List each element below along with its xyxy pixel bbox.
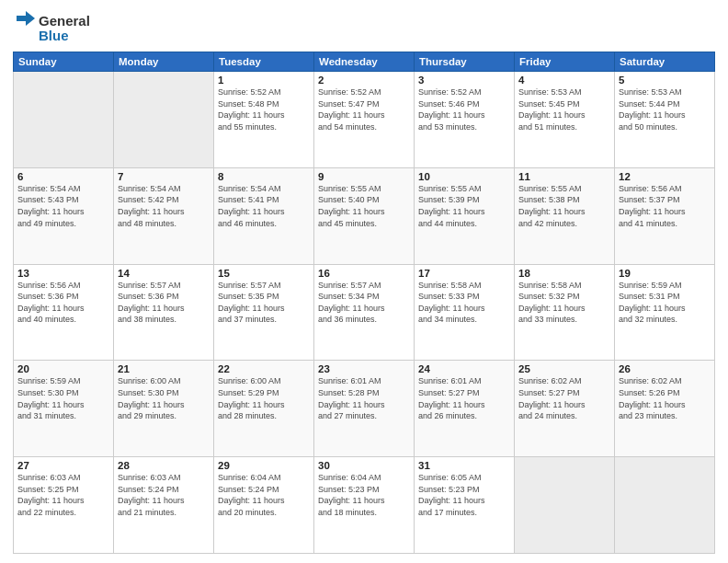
day-info: Sunrise: 5:58 AM Sunset: 5:33 PM Dayligh…: [418, 280, 510, 326]
day-info: Sunrise: 5:52 AM Sunset: 5:48 PM Dayligh…: [218, 86, 310, 132]
day-info: Sunrise: 6:01 AM Sunset: 5:28 PM Dayligh…: [318, 375, 410, 421]
day-info: Sunrise: 6:00 AM Sunset: 5:30 PM Dayligh…: [118, 375, 210, 421]
day-info: Sunrise: 5:57 AM Sunset: 5:36 PM Dayligh…: [118, 280, 210, 326]
day-cell: 22Sunrise: 6:00 AM Sunset: 5:29 PM Dayli…: [214, 361, 314, 457]
day-number: 6: [17, 171, 109, 182]
day-number: 23: [318, 363, 410, 374]
day-cell: 29Sunrise: 6:04 AM Sunset: 5:24 PM Dayli…: [214, 457, 314, 554]
week-row-4: 20Sunrise: 5:59 AM Sunset: 5:30 PM Dayli…: [14, 361, 715, 457]
day-info: Sunrise: 5:54 AM Sunset: 5:41 PM Dayligh…: [218, 183, 310, 229]
day-info: Sunrise: 5:55 AM Sunset: 5:40 PM Dayligh…: [318, 183, 410, 229]
day-info: Sunrise: 5:52 AM Sunset: 5:46 PM Dayligh…: [418, 86, 510, 132]
day-info: Sunrise: 6:03 AM Sunset: 5:24 PM Dayligh…: [118, 472, 210, 518]
day-info: Sunrise: 5:56 AM Sunset: 5:36 PM Dayligh…: [17, 280, 109, 326]
day-cell: 9Sunrise: 5:55 AM Sunset: 5:40 PM Daylig…: [314, 167, 415, 264]
day-number: 20: [17, 363, 109, 374]
day-info: Sunrise: 5:57 AM Sunset: 5:34 PM Dayligh…: [318, 280, 410, 326]
calendar-table: SundayMondayTuesdayWednesdayThursdayFrid…: [13, 52, 715, 554]
day-info: Sunrise: 5:53 AM Sunset: 5:45 PM Dayligh…: [518, 86, 610, 132]
header-row: SundayMondayTuesdayWednesdayThursdayFrid…: [14, 52, 715, 72]
day-number: 24: [418, 363, 510, 374]
day-cell: 3Sunrise: 5:52 AM Sunset: 5:46 PM Daylig…: [415, 72, 515, 168]
day-cell: 6Sunrise: 5:54 AM Sunset: 5:43 PM Daylig…: [14, 167, 114, 264]
day-number: 19: [619, 268, 711, 279]
day-number: 11: [518, 171, 610, 182]
day-cell: 7Sunrise: 5:54 AM Sunset: 5:42 PM Daylig…: [114, 167, 214, 264]
day-number: 18: [518, 268, 610, 279]
day-cell: 19Sunrise: 5:59 AM Sunset: 5:31 PM Dayli…: [615, 264, 715, 361]
header-day-saturday: Saturday: [615, 52, 715, 72]
day-number: 25: [518, 363, 610, 374]
week-row-3: 13Sunrise: 5:56 AM Sunset: 5:36 PM Dayli…: [14, 264, 715, 361]
day-info: Sunrise: 6:00 AM Sunset: 5:29 PM Dayligh…: [218, 375, 310, 421]
day-number: 13: [17, 268, 109, 279]
day-cell: 5Sunrise: 5:53 AM Sunset: 5:44 PM Daylig…: [615, 72, 715, 168]
day-cell: 31Sunrise: 6:05 AM Sunset: 5:23 PM Dayli…: [415, 457, 515, 554]
day-cell: 15Sunrise: 5:57 AM Sunset: 5:35 PM Dayli…: [214, 264, 314, 361]
day-number: 12: [619, 171, 711, 182]
day-number: 21: [118, 363, 210, 374]
day-cell: 17Sunrise: 5:58 AM Sunset: 5:33 PM Dayli…: [415, 264, 515, 361]
header-day-friday: Friday: [515, 52, 615, 72]
day-info: Sunrise: 5:55 AM Sunset: 5:38 PM Dayligh…: [518, 183, 610, 229]
day-info: Sunrise: 6:02 AM Sunset: 5:27 PM Dayligh…: [518, 375, 610, 421]
day-info: Sunrise: 5:59 AM Sunset: 5:31 PM Dayligh…: [619, 280, 711, 326]
day-cell: [615, 457, 715, 554]
day-info: Sunrise: 6:01 AM Sunset: 5:27 PM Dayligh…: [418, 375, 510, 421]
day-info: Sunrise: 6:03 AM Sunset: 5:25 PM Dayligh…: [17, 472, 109, 518]
day-number: 15: [218, 268, 310, 279]
day-number: 8: [218, 171, 310, 182]
day-number: 29: [218, 460, 310, 471]
day-number: 22: [218, 363, 310, 374]
day-info: Sunrise: 5:56 AM Sunset: 5:37 PM Dayligh…: [619, 183, 711, 229]
day-number: 27: [17, 460, 109, 471]
day-info: Sunrise: 5:53 AM Sunset: 5:44 PM Dayligh…: [619, 86, 711, 132]
day-number: 7: [118, 171, 210, 182]
day-cell: 28Sunrise: 6:03 AM Sunset: 5:24 PM Dayli…: [114, 457, 214, 554]
day-number: 14: [118, 268, 210, 279]
header-day-thursday: Thursday: [415, 52, 515, 72]
day-info: Sunrise: 5:54 AM Sunset: 5:43 PM Dayligh…: [17, 183, 109, 229]
day-cell: 2Sunrise: 5:52 AM Sunset: 5:47 PM Daylig…: [314, 72, 415, 168]
day-info: Sunrise: 5:59 AM Sunset: 5:30 PM Dayligh…: [17, 375, 109, 421]
day-info: Sunrise: 6:02 AM Sunset: 5:26 PM Dayligh…: [619, 375, 711, 421]
page-header: GeneralBlue: [13, 9, 715, 46]
header-day-tuesday: Tuesday: [214, 52, 314, 72]
day-info: Sunrise: 5:58 AM Sunset: 5:32 PM Dayligh…: [518, 280, 610, 326]
day-cell: 11Sunrise: 5:55 AM Sunset: 5:38 PM Dayli…: [515, 167, 615, 264]
day-number: 31: [418, 460, 510, 471]
day-cell: [515, 457, 615, 554]
day-number: 3: [418, 75, 510, 86]
logo-svg: GeneralBlue: [13, 9, 96, 46]
week-row-1: 1Sunrise: 5:52 AM Sunset: 5:48 PM Daylig…: [14, 72, 715, 168]
day-cell: 27Sunrise: 6:03 AM Sunset: 5:25 PM Dayli…: [14, 457, 114, 554]
day-number: 10: [418, 171, 510, 182]
day-cell: 21Sunrise: 6:00 AM Sunset: 5:30 PM Dayli…: [114, 361, 214, 457]
day-number: 16: [318, 268, 410, 279]
day-cell: [114, 72, 214, 168]
week-row-2: 6Sunrise: 5:54 AM Sunset: 5:43 PM Daylig…: [14, 167, 715, 264]
svg-text:Blue: Blue: [39, 28, 69, 43]
day-cell: 18Sunrise: 5:58 AM Sunset: 5:32 PM Dayli…: [515, 264, 615, 361]
day-info: Sunrise: 5:55 AM Sunset: 5:39 PM Dayligh…: [418, 183, 510, 229]
day-cell: 13Sunrise: 5:56 AM Sunset: 5:36 PM Dayli…: [14, 264, 114, 361]
week-row-5: 27Sunrise: 6:03 AM Sunset: 5:25 PM Dayli…: [14, 457, 715, 554]
day-number: 4: [518, 75, 610, 86]
day-cell: 16Sunrise: 5:57 AM Sunset: 5:34 PM Dayli…: [314, 264, 415, 361]
header-day-sunday: Sunday: [14, 52, 114, 72]
logo: GeneralBlue: [13, 9, 96, 46]
day-number: 26: [619, 363, 711, 374]
day-number: 9: [318, 171, 410, 182]
day-number: 1: [218, 75, 310, 86]
day-cell: 14Sunrise: 5:57 AM Sunset: 5:36 PM Dayli…: [114, 264, 214, 361]
day-info: Sunrise: 5:52 AM Sunset: 5:47 PM Dayligh…: [318, 86, 410, 132]
svg-text:General: General: [39, 13, 90, 29]
day-cell: 30Sunrise: 6:04 AM Sunset: 5:23 PM Dayli…: [314, 457, 415, 554]
day-info: Sunrise: 6:05 AM Sunset: 5:23 PM Dayligh…: [418, 472, 510, 518]
day-cell: 24Sunrise: 6:01 AM Sunset: 5:27 PM Dayli…: [415, 361, 515, 457]
day-cell: 1Sunrise: 5:52 AM Sunset: 5:48 PM Daylig…: [214, 72, 314, 168]
day-number: 5: [619, 75, 711, 86]
day-number: 28: [118, 460, 210, 471]
day-info: Sunrise: 6:04 AM Sunset: 5:24 PM Dayligh…: [218, 472, 310, 518]
day-cell: 20Sunrise: 5:59 AM Sunset: 5:30 PM Dayli…: [14, 361, 114, 457]
